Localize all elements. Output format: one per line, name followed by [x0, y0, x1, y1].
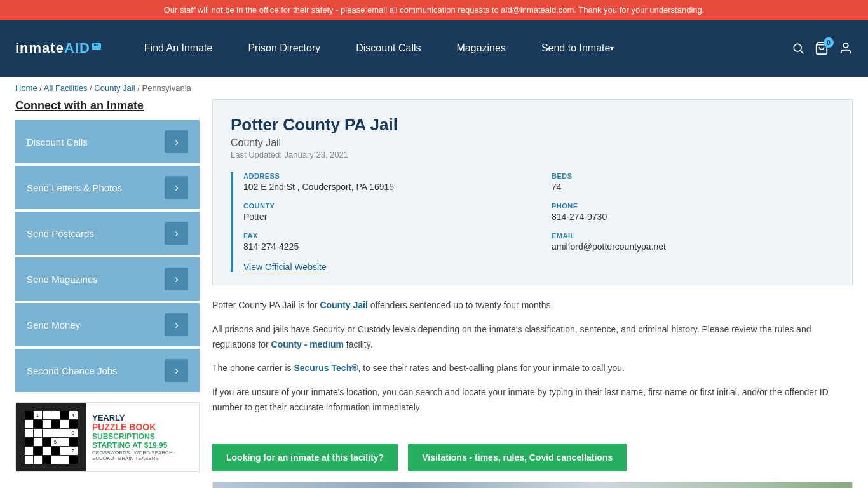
county-medium-link[interactable]: County - medium	[271, 339, 344, 349]
sidebar-ad[interactable]: 14 9 5 2 YEARLY PUZZLE BOOK SUBSCRIPTION…	[15, 402, 200, 472]
sidebar-title: Connect with an Inmate	[15, 99, 200, 112]
ad-subscriptions-label: SUBSCRIPTIONS	[92, 432, 193, 441]
breadcrumb-county-jail[interactable]: County Jail	[94, 83, 135, 93]
phone-block: PHONE 814-274-9730	[552, 202, 834, 222]
nav-magazines[interactable]: Magazines	[439, 20, 524, 77]
breadcrumb: Home / All Facilities / County Jail / Pe…	[0, 77, 868, 99]
sidebar-second-chance[interactable]: Second Chance Jobs ›	[15, 349, 200, 392]
description-para3: The phone carrier is Securus Tech®, to s…	[212, 361, 853, 376]
chevron-right-icon: ›	[165, 222, 188, 245]
county-jail-link[interactable]: County Jail	[320, 300, 367, 310]
breadcrumb-state: Pennsylvania	[142, 83, 191, 93]
ad-yearly-label: YEARLY	[92, 413, 193, 423]
cart-button[interactable]: 0	[815, 41, 829, 55]
facility-photo-strip	[212, 482, 853, 488]
visitations-button[interactable]: Visitations - times, rules, Covid cancel…	[408, 444, 627, 471]
sidebar-send-money[interactable]: Send Money ›	[15, 303, 200, 346]
sidebar-send-letters[interactable]: Send Letters & Photos ›	[15, 166, 200, 209]
nav-prison-directory[interactable]: Prison Directory	[230, 20, 338, 77]
breadcrumb-home[interactable]: Home	[15, 83, 37, 93]
description-para2: All prisons and jails have Security or C…	[212, 322, 853, 353]
chevron-right-icon: ›	[165, 313, 188, 336]
navbar: inmateAID™ Find An Inmate Prison Directo…	[0, 20, 868, 77]
sidebar-discount-calls[interactable]: Discount Calls ›	[15, 120, 200, 163]
facility-card: Potter County PA Jail County Jail Last U…	[212, 99, 853, 285]
chevron-right-icon: ›	[165, 130, 188, 153]
beds-block: BEDS 74	[552, 172, 834, 192]
svg-line-1	[801, 51, 804, 54]
address-label: ADDRESS	[243, 172, 526, 180]
facility-type: County Jail	[231, 137, 834, 149]
facility-details: ADDRESS 102 E 2nd St , Coudersport, PA 1…	[243, 172, 834, 252]
user-button[interactable]	[839, 41, 853, 55]
sidebar-send-postcards[interactable]: Send Postcards ›	[15, 212, 200, 255]
find-inmate-facility-button[interactable]: Looking for an inmate at this facility?	[212, 444, 398, 471]
cart-badge: 0	[824, 37, 834, 48]
description-para1: Potter County PA Jail is for County Jail…	[212, 298, 853, 313]
chevron-right-icon: ›	[165, 176, 188, 199]
securus-link[interactable]: Securus Tech®	[294, 363, 358, 373]
ad-puzzle-book-label: PUZZLE BOOK	[92, 423, 193, 432]
phone-value: 814-274-9730	[552, 212, 834, 222]
nav-find-inmate[interactable]: Find An Inmate	[126, 20, 231, 77]
nav-send-to-inmate[interactable]: Send to Inmate	[524, 20, 632, 77]
email-label: EMAIL	[552, 232, 834, 240]
logo[interactable]: inmateAID™	[15, 40, 101, 57]
facility-name: Potter County PA Jail	[231, 115, 834, 135]
fax-value: 814-274-4225	[243, 241, 526, 252]
sidebar: Connect with an Inmate Discount Calls › …	[15, 99, 200, 488]
email-value: amilford@pottercountypa.net	[552, 241, 834, 252]
chevron-right-icon: ›	[165, 359, 188, 382]
search-button[interactable]	[792, 42, 804, 55]
nav-icons: 0	[792, 41, 853, 55]
beds-label: BEDS	[552, 172, 834, 180]
action-buttons: Looking for an inmate at this facility? …	[212, 444, 853, 471]
county-block: COUNTY Potter	[243, 202, 526, 222]
phone-label: PHONE	[552, 202, 834, 210]
ad-price-label: STARTING AT $19.95	[92, 441, 193, 450]
county-label: COUNTY	[243, 202, 526, 210]
ad-types-label: CROSSWORDS · WORD SEARCH · SUDOKU · BRAI…	[92, 450, 193, 461]
email-block: EMAIL amilford@pottercountypa.net	[552, 232, 834, 252]
svg-point-0	[794, 44, 801, 51]
view-website-link[interactable]: View Official Website	[243, 262, 327, 272]
content-area: Potter County PA Jail County Jail Last U…	[212, 99, 853, 488]
beds-value: 74	[552, 182, 834, 192]
svg-point-3	[843, 43, 848, 48]
sidebar-send-magazines[interactable]: Send Magazines ›	[15, 257, 200, 301]
breadcrumb-all-facilities[interactable]: All Facilities	[44, 83, 88, 93]
fax-label: FAX	[243, 232, 526, 240]
fax-block: FAX 814-274-4225	[243, 232, 526, 252]
address-value: 102 E 2nd St , Coudersport, PA 16915	[243, 182, 526, 192]
county-value: Potter	[243, 212, 526, 222]
nav-links: Find An Inmate Prison Directory Discount…	[126, 20, 792, 77]
chevron-right-icon: ›	[165, 268, 188, 290]
description-para4: If you are unsure of your inmate's locat…	[212, 385, 853, 416]
address-block: ADDRESS 102 E 2nd St , Coudersport, PA 1…	[243, 172, 526, 192]
description-section: Potter County PA Jail is for County Jail…	[212, 298, 853, 437]
nav-discount-calls[interactable]: Discount Calls	[338, 20, 438, 77]
top-banner: Our staff will not be in the office for …	[0, 0, 868, 20]
facility-updated: Last Updated: January 23, 2021	[231, 150, 834, 159]
main-content: Connect with an Inmate Discount Calls › …	[0, 99, 868, 488]
